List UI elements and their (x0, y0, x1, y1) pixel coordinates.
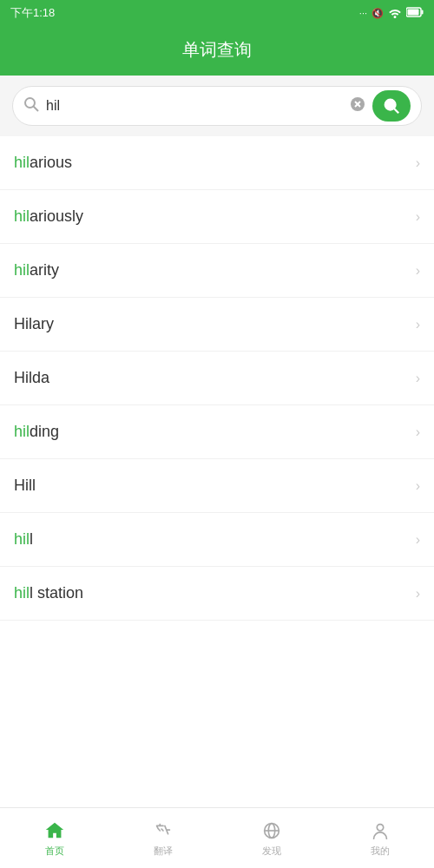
wifi-icon (388, 6, 402, 20)
list-item[interactable]: hilding › (0, 405, 434, 459)
clear-button[interactable] (350, 96, 365, 116)
svg-rect-2 (408, 10, 419, 16)
chevron-icon: › (416, 586, 420, 602)
word-prefix: hil (14, 154, 30, 171)
list-item[interactable]: Hilda › (0, 352, 434, 405)
list-item[interactable]: Hilary › (0, 298, 434, 352)
list-item[interactable]: hill station › (0, 567, 434, 621)
word-text: hilariously (14, 207, 83, 226)
battery-icon (406, 7, 424, 19)
svg-point-13 (377, 824, 383, 830)
status-bar: 下午1:18 ··· 🔇 (0, 0, 434, 26)
word-text: hilding (14, 423, 59, 441)
svg-line-9 (394, 108, 398, 113)
search-bar (12, 86, 422, 126)
nav-item-home[interactable]: 首页 (0, 814, 108, 863)
chevron-icon: › (416, 478, 420, 494)
header: 单词查询 (0, 26, 434, 76)
search-container (0, 76, 434, 136)
nav-label-profile: 我的 (371, 845, 390, 858)
word-prefix: hil (14, 207, 30, 225)
nav-item-profile[interactable]: 我的 (326, 814, 434, 863)
chevron-icon: › (416, 155, 420, 171)
nav-label-home: 首页 (45, 845, 64, 858)
word-suffix: arity (30, 261, 59, 279)
list-item[interactable]: Hill › (0, 459, 434, 513)
word-text: hilarious (14, 154, 72, 172)
list-item[interactable]: hilariously › (0, 190, 434, 244)
nav-label-translate: 翻译 (154, 845, 173, 858)
search-button[interactable] (372, 90, 411, 122)
word-prefix: hil (14, 423, 30, 440)
word-suffix: arious (30, 154, 72, 171)
nav-label-discover: 发现 (262, 845, 281, 858)
signal-icon: ··· (359, 8, 367, 18)
word-suffix: l station (30, 584, 83, 602)
svg-rect-1 (422, 10, 424, 15)
word-suffix: l (30, 530, 33, 548)
list-item[interactable]: hilarious › (0, 136, 434, 190)
search-icon-left (23, 96, 39, 115)
chevron-icon: › (416, 317, 420, 332)
svg-line-4 (34, 107, 39, 112)
word-text: Hill (14, 477, 36, 495)
nav-item-translate[interactable]: 翻译 (108, 814, 217, 863)
word-prefix: hil (14, 261, 30, 279)
list-item[interactable]: hilarity › (0, 244, 434, 298)
chevron-icon: › (416, 209, 420, 225)
status-time: 下午1:18 (10, 5, 55, 21)
chevron-icon: › (416, 532, 420, 548)
word-text: hill station (14, 584, 83, 602)
chevron-icon: › (416, 424, 420, 440)
word-text: Hilary (14, 315, 54, 333)
status-icons: ··· 🔇 (359, 6, 424, 20)
chevron-icon: › (416, 371, 420, 386)
word-text: hill (14, 530, 33, 549)
header-title: 单词查询 (182, 40, 252, 59)
word-list: hilarious › hilariously › hilarity › Hil… (0, 136, 434, 807)
search-input[interactable] (46, 98, 350, 114)
nav-item-discover[interactable]: 发现 (217, 814, 326, 863)
word-prefix: hil (14, 530, 30, 548)
word-suffix: ariously (30, 207, 83, 225)
list-item[interactable]: hill › (0, 513, 434, 567)
bottom-nav: 首页 翻译 发现 我的 (0, 807, 434, 868)
mute-icon: 🔇 (372, 8, 384, 19)
word-text: Hilda (14, 369, 49, 387)
word-prefix: hil (14, 584, 30, 602)
svg-point-3 (25, 98, 35, 108)
word-text: hilarity (14, 261, 59, 279)
word-suffix: ding (30, 423, 59, 440)
chevron-icon: › (416, 263, 420, 279)
